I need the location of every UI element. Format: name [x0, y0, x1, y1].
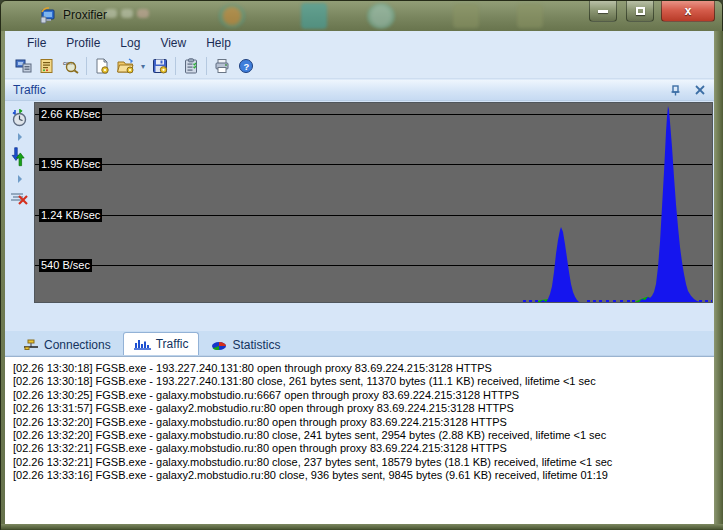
dns-resolver-button[interactable]: com [59, 55, 83, 77]
proxy-settings-button[interactable] [11, 55, 35, 77]
baseline-traffic-mark [627, 300, 630, 302]
log-panel[interactable]: [02.26 13:30:18] FGSB.exe - 193.227.240.… [5, 356, 714, 528]
close-panel-button[interactable] [690, 82, 710, 98]
clear-graph-button[interactable] [9, 187, 31, 211]
toolbar-separator [175, 57, 176, 75]
direction-dropdown[interactable] [9, 173, 31, 185]
tab-strip: Connections Traffic S [5, 331, 714, 356]
titlebar[interactable]: Proxifier x [1, 1, 722, 31]
baseline-traffic-mark [632, 300, 635, 302]
dropdown-arrow-icon [17, 175, 23, 183]
log-line: [02.26 13:30:18] FGSB.exe - 193.227.240.… [13, 362, 714, 375]
tab-statistics[interactable]: Statistics [201, 334, 290, 355]
baseline-traffic-mark [529, 300, 532, 302]
minimize-icon [598, 10, 608, 13]
baseline-traffic-mark [711, 300, 713, 302]
profile-check-button[interactable] [179, 55, 203, 77]
glass-artifact [121, 9, 133, 18]
baseline-traffic-mark [613, 300, 616, 302]
glass-artifact [219, 4, 245, 28]
baseline-traffic-mark [687, 300, 690, 302]
save-profile-button[interactable] [148, 55, 172, 77]
menu-profile[interactable]: Profile [56, 33, 110, 53]
print-icon [214, 58, 230, 74]
tab-label: Statistics [232, 338, 280, 352]
menu-bar: File Profile Log View Help [5, 31, 714, 54]
glass-artifact [367, 3, 395, 29]
proxy-settings-icon [15, 58, 32, 74]
proxifier-window: Proxifier x File Profile Log View Help [0, 0, 723, 530]
baseline-traffic-mark [705, 300, 708, 302]
svg-text:?: ? [244, 61, 250, 72]
menu-help[interactable]: Help [196, 33, 241, 53]
log-settings-icon [39, 58, 55, 74]
menu-log[interactable]: Log [110, 33, 150, 53]
baseline-traffic-mark [699, 300, 702, 302]
dns-resolver-icon: com [62, 58, 80, 74]
log-line: [02.26 13:32:20] FGSB.exe - galaxy.mobst… [13, 429, 714, 442]
window-frame-bottom [1, 524, 723, 530]
maximize-icon [636, 7, 645, 15]
glass-artifact [301, 3, 327, 29]
graph-toolbar [5, 101, 34, 331]
baseline-traffic-mark [693, 300, 696, 302]
dropdown-arrow-icon [17, 133, 23, 141]
tab-connections[interactable]: Connections [13, 334, 121, 355]
traffic-panel-title: Traffic [5, 83, 666, 97]
help-icon: ? [238, 58, 254, 74]
toolbar-separator [206, 57, 207, 75]
log-line: [02.26 13:30:18] FGSB.exe - 193.227.240.… [13, 375, 714, 388]
log-line: [02.26 13:32:21] FGSB.exe - galaxy.mobst… [13, 442, 714, 455]
download-series [540, 106, 700, 302]
time-scale-icon [11, 109, 29, 127]
open-profile-button[interactable] [114, 55, 138, 77]
baseline-traffic-mark [523, 300, 526, 302]
window-title: Proxifier [63, 8, 107, 22]
log-line: [02.26 13:32:21] FGSB.exe - galaxy.mobst… [13, 456, 714, 469]
pin-panel-button[interactable] [666, 82, 686, 98]
menu-file[interactable]: File [17, 33, 56, 53]
help-button[interactable]: ? [234, 55, 258, 77]
glass-artifact [517, 4, 543, 28]
log-settings-button[interactable] [35, 55, 59, 77]
toolbar: com ▾ [5, 54, 714, 79]
window-frame-right [714, 31, 723, 524]
connections-icon [23, 339, 39, 351]
menu-view[interactable]: View [150, 33, 196, 53]
open-profile-icon [117, 58, 135, 74]
client-area: File Profile Log View Help [5, 31, 714, 524]
log-line: [02.26 13:31:57] FGSB.exe - galaxy2.mobs… [13, 402, 714, 415]
baseline-traffic-mark [599, 300, 602, 302]
direction-filter-button[interactable] [9, 145, 31, 171]
glass-artifact [453, 4, 479, 28]
close-button[interactable]: x [661, 1, 715, 22]
new-profile-button[interactable] [90, 55, 114, 77]
traffic-icon [134, 338, 151, 350]
traffic-graph[interactable]: 2.66 KB/sec1.95 KB/sec1.24 KB/sec540 B/s… [34, 102, 713, 303]
baseline-traffic-mark [620, 300, 623, 302]
minimize-button[interactable] [589, 1, 617, 22]
tab-traffic[interactable]: Traffic [123, 332, 200, 355]
maximize-button[interactable] [626, 1, 654, 22]
pin-icon [671, 85, 682, 96]
tab-label: Traffic [156, 337, 189, 351]
toolbar-separator [86, 57, 87, 75]
time-scale-button[interactable] [9, 107, 31, 129]
traffic-panel-header: Traffic [5, 80, 714, 101]
time-scale-dropdown[interactable] [9, 131, 31, 143]
glass-artifact [137, 9, 149, 18]
print-button[interactable] [210, 55, 234, 77]
log-line: [02.26 13:32:20] FGSB.exe - galaxy.mobst… [13, 416, 714, 429]
tab-label: Connections [44, 338, 111, 352]
save-profile-icon [152, 58, 168, 74]
profile-check-icon [183, 58, 199, 74]
clear-graph-icon [10, 190, 30, 208]
log-line: [02.26 13:33:16] FGSB.exe - galaxy2.mobs… [13, 469, 714, 482]
new-profile-icon [94, 58, 110, 74]
log-line: [02.26 13:30:25] FGSB.exe - galaxy.mobst… [13, 389, 714, 402]
open-profile-dropdown[interactable]: ▾ [138, 55, 148, 77]
app-icon [39, 7, 57, 25]
traffic-series [35, 103, 712, 302]
baseline-traffic-mark [535, 300, 538, 302]
statistics-icon [211, 339, 227, 351]
